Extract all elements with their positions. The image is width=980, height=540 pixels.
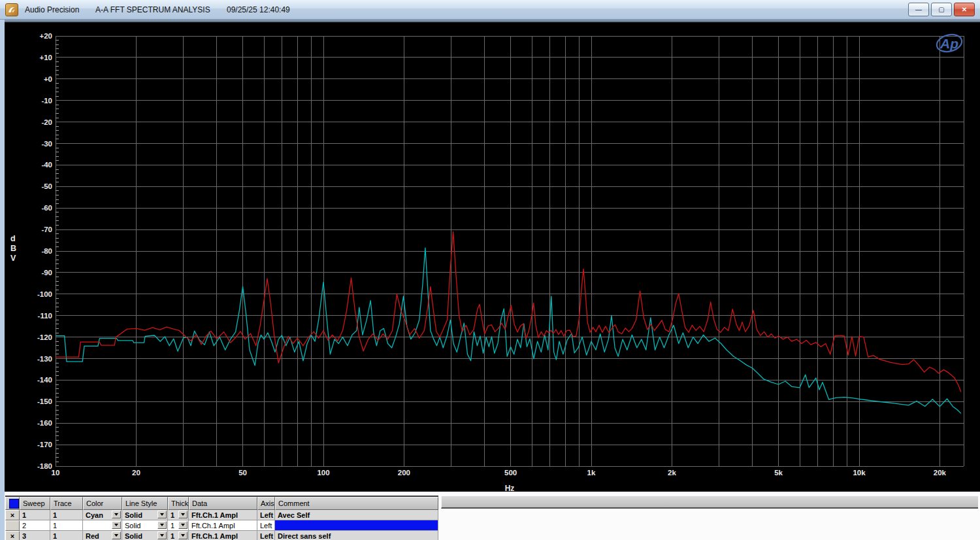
color-dropdown-button[interactable] (112, 532, 121, 539)
chevron-down-icon (181, 524, 185, 526)
trace-cell[interactable]: 1 (50, 510, 83, 520)
line-style-cell[interactable]: Solid (122, 510, 168, 520)
color-cell[interactable] (83, 520, 122, 531)
line-style-cell[interactable]: Solid (122, 531, 168, 540)
trace-table: Sweep Trace Color Line Style Thick Data … (5, 496, 438, 540)
data-cell[interactable]: Fft.Ch.1 Ampl (189, 520, 257, 531)
color-dropdown-button[interactable] (112, 521, 121, 529)
thick-dropdown-button[interactable] (178, 521, 188, 529)
y-tick-label: -110 (38, 312, 52, 320)
thick-cell[interactable]: 1 (168, 510, 189, 520)
panel-title: A-A FFT SPECTRUM ANALYSIS (95, 5, 210, 14)
color-value: Cyan (86, 511, 103, 519)
x-tick-label: 2k (668, 469, 676, 477)
chevron-down-icon (160, 524, 164, 526)
y-tick-label: -30 (41, 140, 52, 148)
data-cell[interactable]: Fft.Ch.1 Ampl (189, 510, 257, 520)
thick-value: 1 (171, 511, 174, 519)
trace-visible-checkbox[interactable] (5, 520, 20, 531)
thick-dropdown-button[interactable] (178, 532, 188, 539)
y-tick-label: -130 (37, 355, 52, 363)
y-tick-label: -90 (41, 269, 52, 277)
chevron-down-icon (160, 534, 164, 537)
y-tick-label: -160 (37, 419, 52, 427)
trace-visible-checkbox[interactable]: × (5, 510, 20, 520)
y-tick-label: -20 (41, 118, 52, 126)
thick-value: 1 (171, 532, 174, 540)
y-tick-label: -120 (37, 333, 52, 341)
blue-square-icon (9, 499, 19, 509)
line-style-value: Solid (125, 532, 142, 540)
select-all-header-cell[interactable] (5, 497, 20, 510)
y-tick-label: -80 (41, 247, 52, 255)
y-tick-label: -10 (41, 97, 52, 105)
y-tick-label: -140 (37, 376, 52, 384)
header-color: Color (83, 497, 122, 510)
table-row: × 1 1 Cyan Solid 1 Fft.Ch.1 Ampl Left Av… (5, 510, 438, 520)
color-cell[interactable]: Cyan (83, 510, 122, 520)
y-tick-label: +20 (39, 32, 52, 40)
x-tick-label: 200 (398, 469, 410, 477)
thick-cell[interactable]: 1 (168, 531, 189, 540)
y-axis-unit: V (10, 254, 16, 263)
trace-visible-checkbox[interactable]: × (5, 531, 20, 540)
minimize-button[interactable]: — (908, 3, 929, 16)
comment-cell-selected[interactable] (275, 520, 438, 531)
x-tick-label: 1k (587, 469, 596, 477)
axis-cell[interactable]: Left (257, 520, 275, 531)
y-tick-label: -150 (37, 397, 52, 405)
data-cell[interactable]: Fft.Ch.1 Ampl (189, 531, 257, 540)
table-row: 2 1 Solid 1 Fft.Ch.1 Ampl Left (5, 520, 438, 531)
x-tick-label: 20k (934, 469, 947, 477)
window-title: Audio Precision A-A FFT SPECTRUM ANALYSI… (25, 5, 304, 14)
thick-dropdown-button[interactable] (178, 511, 188, 518)
line-style-dropdown-button[interactable] (157, 521, 167, 529)
header-trace: Trace (50, 497, 83, 510)
axis-cell[interactable]: Left (257, 510, 275, 520)
x-tick-label: 100 (317, 469, 329, 477)
axis-cell[interactable]: Left (257, 531, 275, 540)
sweep-cell[interactable]: 3 (20, 531, 50, 540)
y-axis-unit: d (10, 234, 16, 243)
window-frame-left (0, 20, 5, 540)
chevron-down-icon (114, 534, 118, 537)
trace-red (56, 231, 961, 392)
spectrum-plot: +20+10+0-10-20-30-40-50-60-70-80-90-100-… (0, 20, 980, 492)
x-axis-unit: Hz (505, 484, 515, 492)
close-button[interactable]: ✕ (954, 3, 975, 16)
color-dropdown-button[interactable] (112, 511, 121, 518)
x-tick-label: 500 (504, 469, 517, 477)
thick-value: 1 (171, 522, 174, 530)
line-style-dropdown-button[interactable] (157, 511, 167, 518)
line-style-cell[interactable]: Solid (122, 520, 168, 531)
sweep-cell[interactable]: 1 (20, 510, 50, 520)
thick-cell[interactable]: 1 (168, 520, 189, 531)
header-axis: Axis (257, 497, 275, 510)
chevron-down-icon (114, 513, 118, 516)
y-tick-label: -40 (41, 161, 52, 169)
comment-cell[interactable]: Direct sans self (275, 531, 438, 540)
maximize-button[interactable]: ▢ (931, 3, 952, 16)
comment-cell[interactable]: Avec Self (275, 510, 438, 520)
color-value: Red (86, 532, 99, 540)
x-tick-label: 20 (132, 469, 140, 477)
grid-header-filler (441, 496, 978, 509)
trace-cell[interactable]: 1 (50, 531, 83, 540)
window-controls: — ▢ ✕ (908, 3, 975, 16)
header-thick: Thick (168, 497, 189, 510)
header-line-style: Line Style (122, 497, 168, 510)
line-style-dropdown-button[interactable] (157, 532, 167, 539)
color-cell[interactable]: Red (83, 531, 122, 540)
y-axis-unit: B (10, 244, 16, 253)
trace-grid-panel: Sweep Trace Color Line Style Thick Data … (5, 492, 980, 540)
trace-table-header: Sweep Trace Color Line Style Thick Data … (5, 497, 438, 510)
x-tick-label: 5k (774, 469, 783, 477)
x-tick-label: 10 (52, 469, 60, 477)
sweep-cell[interactable]: 2 (20, 520, 50, 531)
y-tick-label: -70 (41, 226, 52, 233)
y-tick-label: -180 (37, 462, 52, 470)
trace-cell[interactable]: 1 (50, 520, 83, 531)
header-sweep: Sweep (20, 497, 50, 510)
ap-logo: Ap (935, 32, 964, 54)
chevron-down-icon (181, 534, 185, 537)
